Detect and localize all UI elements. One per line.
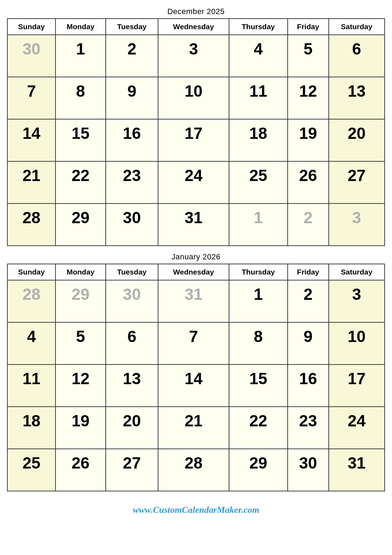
col-header-friday: Friday xyxy=(288,264,329,280)
calendar-day: 6 xyxy=(106,322,158,364)
calendar-day: 14 xyxy=(7,119,55,161)
calendar-day: 2 xyxy=(106,35,158,77)
calendar-day: 24 xyxy=(158,161,229,204)
calendar-day: 7 xyxy=(7,77,55,119)
calendar-day: 23 xyxy=(288,407,329,449)
col-header-saturday: Saturday xyxy=(329,19,385,35)
calendar-day: 14 xyxy=(158,364,229,407)
calendar-day: 28 xyxy=(7,280,55,322)
calendar-day: 5 xyxy=(288,35,329,77)
calendar-day: 20 xyxy=(329,119,385,161)
calendar-day: 21 xyxy=(158,407,229,449)
calendar-day: 26 xyxy=(55,449,106,491)
calendar-day: 19 xyxy=(288,119,329,161)
calendar-day: 16 xyxy=(106,119,158,161)
december-calendar: December 2025 SundayMondayTuesdayWednesd… xyxy=(7,7,385,246)
december-title: December 2025 xyxy=(7,7,385,16)
calendar-day: 26 xyxy=(288,161,329,204)
calendar-day: 15 xyxy=(55,119,106,161)
calendar-day: 3 xyxy=(158,35,229,77)
calendar-day: 2 xyxy=(288,204,329,246)
calendar-day: 30 xyxy=(288,449,329,491)
calendar-day: 11 xyxy=(7,364,55,407)
calendar-day: 29 xyxy=(55,280,106,322)
calendar-day: 28 xyxy=(158,449,229,491)
calendar-day: 30 xyxy=(106,280,158,322)
calendar-day: 9 xyxy=(106,77,158,119)
calendar-day: 30 xyxy=(7,35,55,77)
col-header-monday: Monday xyxy=(55,19,106,35)
calendar-day: 28 xyxy=(7,204,55,246)
calendar-day: 18 xyxy=(229,119,288,161)
calendar-day: 2 xyxy=(288,280,329,322)
col-header-monday: Monday xyxy=(55,264,106,280)
calendar-day: 1 xyxy=(229,204,288,246)
calendar-day: 24 xyxy=(329,407,385,449)
calendar-day: 25 xyxy=(229,161,288,204)
calendar-day: 18 xyxy=(7,407,55,449)
footer-link[interactable]: www.CustomCalendarMaker.com xyxy=(133,505,259,515)
calendar-day: 4 xyxy=(7,322,55,364)
calendar-day: 22 xyxy=(229,407,288,449)
calendar-day: 17 xyxy=(329,364,385,407)
calendar-day: 6 xyxy=(329,35,385,77)
calendar-day: 20 xyxy=(106,407,158,449)
calendar-day: 12 xyxy=(288,77,329,119)
calendar-day: 25 xyxy=(7,449,55,491)
calendar-day: 29 xyxy=(229,449,288,491)
col-header-tuesday: Tuesday xyxy=(106,19,158,35)
calendar-day: 15 xyxy=(229,364,288,407)
col-header-sunday: Sunday xyxy=(7,264,55,280)
calendar-day: 1 xyxy=(229,280,288,322)
calendar-day: 19 xyxy=(55,407,106,449)
col-header-wednesday: Wednesday xyxy=(158,264,229,280)
col-header-sunday: Sunday xyxy=(7,19,55,35)
calendar-day: 30 xyxy=(106,204,158,246)
calendar-day: 13 xyxy=(329,77,385,119)
calendar-day: 31 xyxy=(329,449,385,491)
january-calendar: January 2026 SundayMondayTuesdayWednesda… xyxy=(7,252,385,491)
calendar-day: 31 xyxy=(158,204,229,246)
col-header-wednesday: Wednesday xyxy=(158,19,229,35)
col-header-thursday: Thursday xyxy=(229,264,288,280)
calendar-day: 16 xyxy=(288,364,329,407)
calendar-day: 4 xyxy=(229,35,288,77)
calendar-day: 7 xyxy=(158,322,229,364)
calendar-day: 10 xyxy=(158,77,229,119)
col-header-saturday: Saturday xyxy=(329,264,385,280)
calendar-day: 5 xyxy=(55,322,106,364)
calendar-day: 8 xyxy=(55,77,106,119)
calendar-day: 9 xyxy=(288,322,329,364)
col-header-thursday: Thursday xyxy=(229,19,288,35)
calendar-day: 11 xyxy=(229,77,288,119)
calendar-day: 1 xyxy=(55,35,106,77)
calendar-day: 13 xyxy=(106,364,158,407)
calendar-day: 3 xyxy=(329,280,385,322)
calendar-day: 27 xyxy=(106,449,158,491)
col-header-tuesday: Tuesday xyxy=(106,264,158,280)
calendar-day: 21 xyxy=(7,161,55,204)
calendar-day: 3 xyxy=(329,204,385,246)
calendar-day: 12 xyxy=(55,364,106,407)
calendar-day: 10 xyxy=(329,322,385,364)
calendar-day: 17 xyxy=(158,119,229,161)
january-title: January 2026 xyxy=(7,252,385,262)
calendar-day: 31 xyxy=(158,280,229,322)
calendar-day: 22 xyxy=(55,161,106,204)
col-header-friday: Friday xyxy=(288,19,329,35)
calendar-day: 29 xyxy=(55,204,106,246)
calendar-day: 8 xyxy=(229,322,288,364)
december-table: SundayMondayTuesdayWednesdayThursdayFrid… xyxy=(7,18,385,246)
calendar-day: 27 xyxy=(329,161,385,204)
calendar-day: 23 xyxy=(106,161,158,204)
january-table: SundayMondayTuesdayWednesdayThursdayFrid… xyxy=(7,264,385,491)
